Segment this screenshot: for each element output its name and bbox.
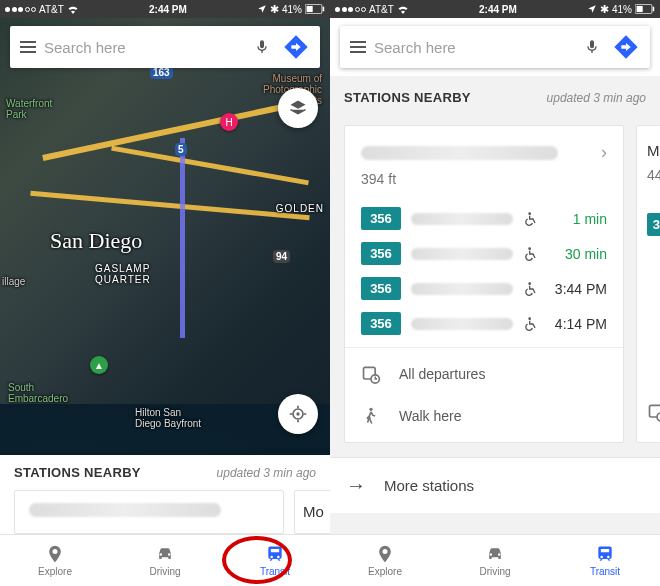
gaslamp-label: GASLAMP QUARTER xyxy=(95,263,151,285)
route-row[interactable]: 356 4:14 PM xyxy=(361,306,607,341)
nav-transit-label: Transit xyxy=(260,566,290,577)
peek-name: Mo xyxy=(647,142,660,159)
route-row[interactable]: 356 3:44 PM xyxy=(361,271,607,306)
stations-updated: updated 3 min ago xyxy=(547,91,646,105)
route-shield-94: 94 xyxy=(273,250,290,263)
nav-driving-label: Driving xyxy=(149,566,180,577)
stations-nearby-panel[interactable]: STATIONS NEARBY updated 3 min ago Mo xyxy=(0,455,330,534)
svg-point-11 xyxy=(528,317,531,320)
arrow-right-icon: → xyxy=(346,474,366,497)
waterfront-label: Waterfront Park xyxy=(6,98,52,120)
chevron-right-icon[interactable]: › xyxy=(601,142,607,163)
all-departures-button[interactable]: All departures xyxy=(345,347,623,400)
bottom-nav: Explore Driving Transit xyxy=(0,534,330,586)
poi-marker-pink[interactable]: H xyxy=(220,113,238,131)
status-bar: AT&T 2:44 PM ✱ 41% xyxy=(330,0,660,18)
svg-point-9 xyxy=(528,247,531,250)
svg-rect-6 xyxy=(637,6,643,12)
station-card[interactable] xyxy=(14,490,284,534)
route-row[interactable]: 356 30 min xyxy=(361,236,607,271)
hilton-label: Hilton San Diego Bayfront xyxy=(135,407,201,429)
wifi-icon xyxy=(67,4,79,14)
search-input[interactable]: Search here xyxy=(44,39,246,56)
nav-explore[interactable]: Explore xyxy=(330,535,440,586)
village-label: illage xyxy=(2,276,25,287)
route-dest-redacted xyxy=(411,213,513,225)
city-label: San Diego xyxy=(50,228,142,254)
location-arrow-icon xyxy=(257,4,267,14)
status-left: AT&T xyxy=(335,4,409,15)
bluetooth-icon: ✱ xyxy=(270,3,279,16)
search-bar[interactable]: Search here xyxy=(10,26,320,68)
nav-driving[interactable]: Driving xyxy=(440,535,550,586)
route-badge: 356 xyxy=(361,207,401,230)
pin-icon xyxy=(374,544,396,564)
wheelchair-icon xyxy=(523,281,539,297)
all-departures-label: All departures xyxy=(399,366,485,382)
station-distance: 394 ft xyxy=(361,171,607,187)
station-card-peek[interactable]: Mo 443 35 xyxy=(636,125,660,443)
carrier-label: AT&T xyxy=(369,4,394,15)
nav-transit[interactable]: Transit xyxy=(550,535,660,586)
more-stations-label: More stations xyxy=(384,477,474,494)
more-stations-button[interactable]: → More stations xyxy=(330,457,660,513)
route-time: 1 min xyxy=(549,211,607,227)
status-time: 2:44 PM xyxy=(479,4,517,15)
route-list: 356 1 min 356 30 min 356 xyxy=(345,201,623,341)
search-bar[interactable]: Search here xyxy=(340,26,650,68)
battery-pct: 41% xyxy=(612,4,632,15)
bluetooth-icon: ✱ xyxy=(600,3,609,16)
route-badge: 356 xyxy=(361,312,401,335)
pin-icon xyxy=(44,544,66,564)
status-right: ✱ 41% xyxy=(257,3,325,16)
directions-button[interactable] xyxy=(278,29,314,65)
wheelchair-icon xyxy=(523,246,539,262)
nav-explore-label: Explore xyxy=(368,566,402,577)
status-time: 2:44 PM xyxy=(149,4,187,15)
search-input[interactable]: Search here xyxy=(374,39,576,56)
walk-here-label: Walk here xyxy=(399,408,462,424)
route-badge: 356 xyxy=(361,242,401,265)
stations-header: STATIONS NEARBY updated 3 min ago xyxy=(344,76,660,115)
bottom-nav: Explore Driving Transit xyxy=(330,534,660,586)
svg-rect-2 xyxy=(323,7,325,12)
svg-point-10 xyxy=(528,282,531,285)
poi-marker-green[interactable]: ▲ xyxy=(90,356,108,374)
directions-button[interactable] xyxy=(608,29,644,65)
transit-icon xyxy=(594,544,616,564)
screen-map: AT&T 2:44 PM ✱ 41% Search here 163 5 xyxy=(0,0,330,586)
nav-explore[interactable]: Explore xyxy=(0,535,110,586)
route-row[interactable]: 356 1 min xyxy=(361,201,607,236)
battery-icon xyxy=(305,4,325,14)
mic-icon[interactable] xyxy=(254,37,270,57)
station-card[interactable]: › 394 ft 356 1 min 356 30 mi xyxy=(344,125,624,443)
mic-icon[interactable] xyxy=(584,37,600,57)
search-bar-wrap: Search here xyxy=(0,18,330,76)
route-shield-i5: 5 xyxy=(175,143,187,156)
nav-transit[interactable]: Transit xyxy=(220,535,330,586)
peek-distance: 443 xyxy=(647,167,660,183)
svg-rect-1 xyxy=(307,6,313,12)
nav-explore-label: Explore xyxy=(38,566,72,577)
svg-point-14 xyxy=(369,408,372,411)
status-bar: AT&T 2:44 PM ✱ 41% xyxy=(0,0,330,18)
carrier-label: AT&T xyxy=(39,4,64,15)
station-cards-scroller[interactable]: › 394 ft 356 1 min 356 30 mi xyxy=(344,125,660,443)
menu-icon[interactable] xyxy=(350,41,366,53)
walk-here-button[interactable]: Walk here xyxy=(345,400,623,442)
nav-driving[interactable]: Driving xyxy=(110,535,220,586)
location-arrow-icon xyxy=(587,4,597,14)
golden-label: GOLDEN xyxy=(276,203,324,214)
menu-icon[interactable] xyxy=(20,41,36,53)
layers-button[interactable] xyxy=(278,88,318,128)
status-right: ✱ 41% xyxy=(587,3,655,16)
route-dest-redacted xyxy=(411,283,513,295)
map[interactable]: 163 5 94 Museum of Photographic Arts Wat… xyxy=(0,18,330,534)
signal-dots-icon xyxy=(5,7,36,12)
station-card-peek[interactable]: Mo xyxy=(294,490,330,534)
walk-icon xyxy=(361,406,381,426)
stations-updated: updated 3 min ago xyxy=(217,466,316,480)
battery-pct: 41% xyxy=(282,4,302,15)
my-location-button[interactable] xyxy=(278,394,318,434)
search-bar-wrap: Search here xyxy=(330,18,660,76)
